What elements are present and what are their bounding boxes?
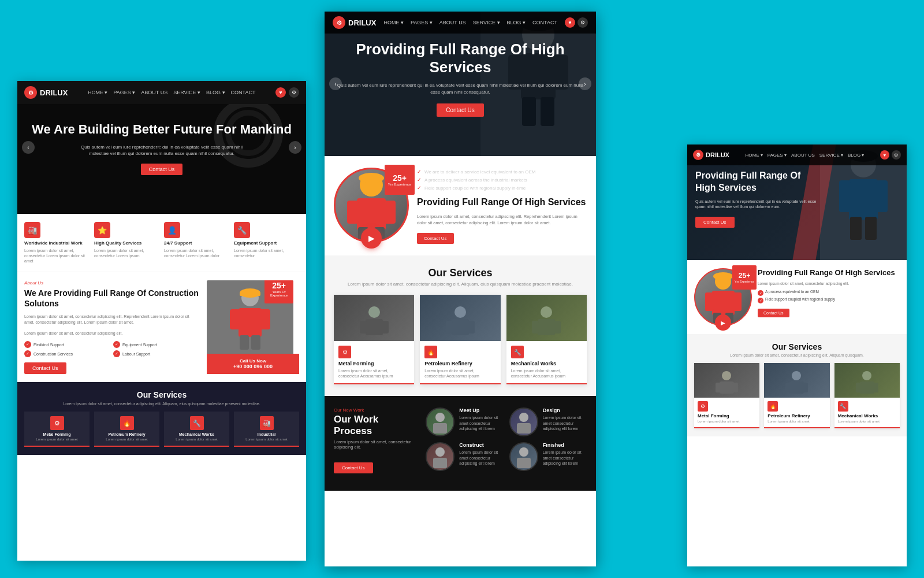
process-tag: Our New Work bbox=[334, 407, 414, 413]
check-dot-1: ✓ bbox=[113, 341, 120, 348]
svg-point-56 bbox=[722, 371, 731, 380]
center-logo-text: DRILUX bbox=[348, 18, 376, 27]
center-hero-prev[interactable]: ‹ bbox=[329, 77, 342, 90]
right-service-desc-1: Lorem ipsum dolor sit amet bbox=[767, 420, 826, 424]
call-btn[interactable]: Call Us Now +90 000 096 000 bbox=[207, 354, 299, 374]
nav-home[interactable]: HOME ▾ bbox=[88, 90, 108, 95]
right-services: Our Services Lorem ipsum dolor sit amet,… bbox=[687, 334, 907, 436]
nav-blog[interactable]: BLOG ▾ bbox=[206, 90, 225, 95]
nav-heart-btn[interactable]: ♥ bbox=[275, 87, 286, 98]
center-service-icon-0: ⚙ bbox=[338, 346, 351, 358]
center-exp-badge: 25+ Yrs Experience bbox=[385, 165, 415, 195]
right-service-title-1: Petroleum Refinery bbox=[767, 413, 826, 418]
cnav-service[interactable]: SERVICE ▾ bbox=[473, 20, 500, 25]
svg-rect-58 bbox=[716, 383, 721, 392]
svg-rect-63 bbox=[802, 383, 808, 392]
svg-rect-23 bbox=[366, 319, 383, 335]
left-service-icon-3: 🏭 bbox=[260, 416, 274, 430]
left-service-icon-0: ⚙ bbox=[50, 416, 64, 430]
right-services-grid: ⚙ Metal Forming Lorem ipsum dolor sit am… bbox=[694, 363, 900, 428]
process-circle-3 bbox=[509, 442, 538, 471]
svg-rect-27 bbox=[452, 319, 469, 335]
svg-rect-59 bbox=[732, 383, 738, 392]
nav-gear-btn[interactable]: ⚙ bbox=[289, 87, 299, 98]
svg-rect-33 bbox=[554, 321, 561, 334]
rnav-blog[interactable]: BLOG ▾ bbox=[848, 153, 864, 158]
nav-service[interactable]: SERVICE ▾ bbox=[173, 90, 200, 95]
right-service-icon-0: ⚙ bbox=[698, 401, 708, 412]
process-step-title-2: Construct bbox=[459, 442, 503, 448]
right-heart-btn[interactable]: ♥ bbox=[880, 150, 889, 160]
left-service-title-2: Mechanical Works bbox=[169, 432, 225, 436]
svg-rect-2 bbox=[230, 309, 240, 329]
rnav-about[interactable]: ABOUT US bbox=[791, 153, 815, 158]
svg-rect-41 bbox=[517, 458, 531, 468]
call-label: Call Us Now bbox=[211, 358, 295, 364]
rnav-home[interactable]: HOME ▾ bbox=[746, 153, 763, 158]
right-about-cta[interactable]: Contact Us bbox=[758, 309, 789, 317]
left-hero-prev[interactable]: ‹ bbox=[22, 141, 35, 154]
left-hero-next[interactable]: › bbox=[289, 141, 301, 154]
center-play-btn[interactable]: ▶ bbox=[361, 228, 382, 249]
svg-rect-51 bbox=[705, 292, 714, 311]
center-hero: ⚙ DRILUX HOME ▾ PAGES ▾ ABOUT US SERVICE… bbox=[325, 12, 596, 156]
process-cta[interactable]: Contact Us bbox=[334, 462, 373, 473]
center-hero-content: Providing Full Range Of High Services Qu… bbox=[336, 40, 584, 117]
feature-title-3: Equipment Support bbox=[234, 240, 299, 246]
right-services-title: Our Services bbox=[694, 342, 900, 351]
svg-rect-24 bbox=[360, 321, 367, 334]
cnav-contact[interactable]: CONTACT bbox=[532, 20, 557, 25]
rnav-pages[interactable]: PAGES ▾ bbox=[767, 153, 787, 158]
center-services: Our Services Lorem ipsum dolor sit amet,… bbox=[325, 255, 596, 396]
right-play-btn[interactable]: ▶ bbox=[715, 314, 731, 331]
cnav-home[interactable]: HOME ▾ bbox=[383, 20, 404, 25]
right-service-title-2: Mechanical Works bbox=[838, 413, 896, 418]
center-hero-cta[interactable]: Contact Us bbox=[437, 103, 483, 117]
left-logo: ⚙ DRILUX bbox=[24, 86, 68, 99]
center-services-desc: Lorem ipsum dolor sit amet, consectetur … bbox=[334, 281, 587, 287]
left-hero-title: We Are Building Better Future For Mankin… bbox=[32, 121, 292, 138]
process-circle-1 bbox=[509, 407, 538, 436]
left-hero-cta[interactable]: Contact Us bbox=[141, 164, 183, 175]
center-about-cta[interactable]: Contact Us bbox=[417, 233, 454, 244]
about-cta[interactable]: Contact Us bbox=[24, 362, 66, 374]
process-step-0: Meet Up Lorem ipsum dolor sit amet conse… bbox=[426, 407, 503, 436]
feature-title-1: High Quality Services bbox=[94, 240, 159, 246]
nav-contact[interactable]: CONTACT bbox=[231, 90, 256, 95]
center-check-0: We are to deliver a service level equiva… bbox=[417, 168, 587, 176]
center-gear-btn[interactable]: ⚙ bbox=[578, 17, 588, 28]
process-grid: Meet Up Lorem ipsum dolor sit amet conse… bbox=[426, 407, 587, 471]
left-about-text: About Us We Are Providing Full Range Of … bbox=[24, 280, 200, 374]
svg-rect-4 bbox=[240, 335, 249, 350]
right-about-title: Providing Full Range Of High Services bbox=[758, 268, 900, 278]
center-logo-icon: ⚙ bbox=[333, 16, 345, 29]
right-logo-text: DRILUX bbox=[706, 151, 729, 158]
process-step-3: Finished Lorem ipsum dolor sit amet cons… bbox=[509, 442, 587, 471]
right-nav-links[interactable]: HOME ▾ PAGES ▾ ABOUT US SERVICE ▾ BLOG ▾ bbox=[746, 153, 865, 158]
right-nav: ⚙ DRILUX HOME ▾ PAGES ▾ ABOUT US SERVICE… bbox=[687, 144, 907, 165]
center-service-desc-1: Lorem ipsum dolor sit amet, consectetur … bbox=[424, 368, 495, 379]
cnav-blog[interactable]: BLOG ▾ bbox=[507, 20, 526, 25]
right-gear-btn[interactable]: ⚙ bbox=[892, 150, 901, 160]
center-about-right: We are to deliver a service level equiva… bbox=[417, 168, 587, 244]
cnav-pages[interactable]: PAGES ▾ bbox=[411, 20, 433, 25]
center-check-2: Field support coupled with regional supp… bbox=[417, 184, 587, 192]
process-step-desc-3: Lorem ipsum dolor sit amet consectetur a… bbox=[543, 450, 587, 465]
center-nav-links[interactable]: HOME ▾ PAGES ▾ ABOUT US SERVICE ▾ BLOG ▾… bbox=[383, 20, 557, 25]
svg-rect-31 bbox=[538, 319, 555, 335]
rnav-service[interactable]: SERVICE ▾ bbox=[819, 153, 843, 158]
svg-rect-62 bbox=[785, 383, 791, 392]
center-heart-btn[interactable]: ♥ bbox=[565, 17, 575, 28]
about-tag: About Us bbox=[24, 280, 200, 286]
left-nav-links[interactable]: HOME ▾ PAGES ▾ ABOUT US SERVICE ▾ BLOG ▾… bbox=[88, 90, 255, 95]
nav-about[interactable]: ABOUT US bbox=[141, 90, 167, 95]
left-service-desc-2: Lorem ipsum dolor sit amet bbox=[169, 438, 225, 441]
left-about: About Us We Are Providing Full Range Of … bbox=[17, 272, 306, 382]
feature-desc-3: Lorem ipsum dolor sit amet, consectetur bbox=[234, 248, 299, 258]
process-step-2: Construct Lorem ipsum dolor sit amet con… bbox=[426, 442, 503, 471]
nav-pages[interactable]: PAGES ▾ bbox=[113, 90, 135, 95]
center-hero-next[interactable]: › bbox=[579, 77, 591, 90]
right-hero-cta[interactable]: Contact Us bbox=[695, 217, 735, 228]
right-service-desc-2: Lorem ipsum dolor sit amet bbox=[838, 420, 896, 424]
cnav-about[interactable]: ABOUT US bbox=[439, 20, 466, 25]
